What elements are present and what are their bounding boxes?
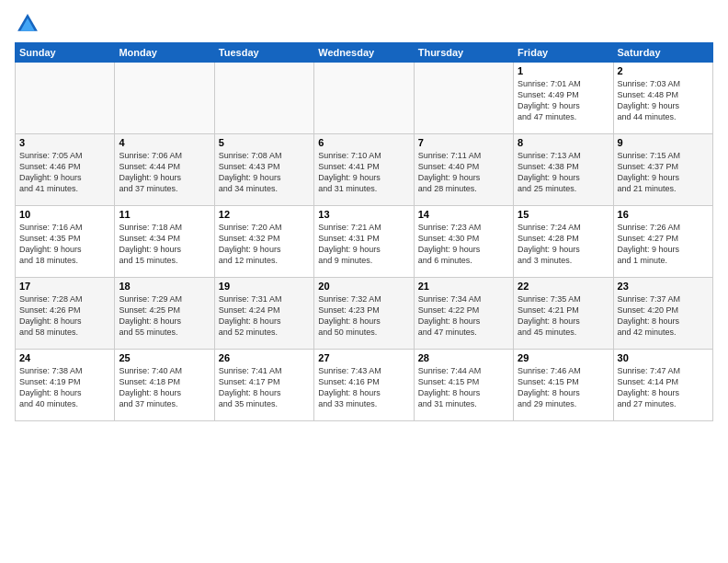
calendar-cell: 22Sunrise: 7:35 AM Sunset: 4:21 PM Dayli…: [514, 278, 613, 350]
calendar-cell: 20Sunrise: 7:32 AM Sunset: 4:23 PM Dayli…: [314, 278, 414, 350]
day-detail: Sunrise: 7:01 AM Sunset: 4:49 PM Dayligh…: [518, 78, 609, 123]
calendar-cell: 6Sunrise: 7:10 AM Sunset: 4:41 PM Daylig…: [314, 134, 414, 206]
calendar-cell: 30Sunrise: 7:47 AM Sunset: 4:14 PM Dayli…: [613, 350, 712, 421]
calendar-cell: [414, 63, 513, 134]
calendar-cell: 25Sunrise: 7:40 AM Sunset: 4:18 PM Dayli…: [115, 350, 214, 421]
calendar: SundayMondayTuesdayWednesdayThursdayFrid…: [15, 42, 713, 421]
weekday-header-monday: Monday: [115, 43, 214, 63]
day-detail: Sunrise: 7:44 AM Sunset: 4:15 PM Dayligh…: [418, 365, 509, 410]
day-detail: Sunrise: 7:05 AM Sunset: 4:46 PM Dayligh…: [19, 150, 110, 195]
day-number: 28: [418, 352, 509, 363]
day-number: 16: [618, 209, 709, 220]
day-detail: Sunrise: 7:26 AM Sunset: 4:27 PM Dayligh…: [618, 222, 709, 267]
day-detail: Sunrise: 7:11 AM Sunset: 4:40 PM Dayligh…: [418, 150, 509, 195]
day-detail: Sunrise: 7:34 AM Sunset: 4:22 PM Dayligh…: [418, 293, 509, 339]
calendar-cell: 19Sunrise: 7:31 AM Sunset: 4:24 PM Dayli…: [214, 278, 313, 350]
day-number: 25: [119, 352, 210, 363]
header: [15, 11, 713, 37]
day-number: 8: [518, 137, 609, 148]
day-number: 4: [119, 137, 210, 148]
day-number: 13: [318, 209, 409, 220]
calendar-cell: 4Sunrise: 7:06 AM Sunset: 4:44 PM Daylig…: [115, 134, 214, 206]
day-number: 14: [418, 209, 509, 220]
calendar-cell: 8Sunrise: 7:13 AM Sunset: 4:38 PM Daylig…: [514, 134, 613, 206]
calendar-cell: 23Sunrise: 7:37 AM Sunset: 4:20 PM Dayli…: [613, 278, 712, 350]
day-number: 22: [518, 281, 609, 292]
day-number: 19: [219, 281, 310, 292]
calendar-cell: [16, 63, 115, 134]
calendar-week-1: 1Sunrise: 7:01 AM Sunset: 4:49 PM Daylig…: [16, 63, 713, 134]
day-number: 20: [318, 281, 409, 292]
day-number: 10: [19, 209, 110, 220]
calendar-cell: 15Sunrise: 7:24 AM Sunset: 4:28 PM Dayli…: [514, 206, 613, 278]
day-detail: Sunrise: 7:03 AM Sunset: 4:48 PM Dayligh…: [618, 78, 709, 123]
day-number: 7: [418, 137, 509, 148]
day-number: 17: [19, 281, 110, 292]
calendar-cell: [314, 63, 414, 134]
calendar-cell: 7Sunrise: 7:11 AM Sunset: 4:40 PM Daylig…: [414, 134, 513, 206]
day-number: 29: [518, 352, 609, 363]
day-number: 6: [318, 137, 409, 148]
weekday-header-thursday: Thursday: [414, 43, 513, 63]
calendar-header: SundayMondayTuesdayWednesdayThursdayFrid…: [16, 43, 713, 63]
calendar-cell: 2Sunrise: 7:03 AM Sunset: 4:48 PM Daylig…: [613, 63, 712, 134]
calendar-week-3: 10Sunrise: 7:16 AM Sunset: 4:35 PM Dayli…: [16, 206, 713, 278]
weekday-header-wednesday: Wednesday: [314, 43, 414, 63]
calendar-cell: 9Sunrise: 7:15 AM Sunset: 4:37 PM Daylig…: [613, 134, 712, 206]
day-detail: Sunrise: 7:20 AM Sunset: 4:32 PM Dayligh…: [219, 222, 310, 267]
day-detail: Sunrise: 7:37 AM Sunset: 4:20 PM Dayligh…: [618, 293, 709, 339]
day-number: 9: [618, 137, 709, 148]
logo-icon: [15, 11, 40, 37]
calendar-cell: [115, 63, 214, 134]
calendar-week-4: 17Sunrise: 7:28 AM Sunset: 4:26 PM Dayli…: [16, 278, 713, 350]
day-number: 12: [219, 209, 310, 220]
calendar-cell: 27Sunrise: 7:43 AM Sunset: 4:16 PM Dayli…: [314, 350, 414, 421]
day-detail: Sunrise: 7:06 AM Sunset: 4:44 PM Dayligh…: [119, 150, 210, 195]
day-number: 5: [219, 137, 310, 148]
calendar-cell: 18Sunrise: 7:29 AM Sunset: 4:25 PM Dayli…: [115, 278, 214, 350]
weekday-header-sunday: Sunday: [16, 43, 115, 63]
day-number: 23: [618, 281, 709, 292]
day-detail: Sunrise: 7:10 AM Sunset: 4:41 PM Dayligh…: [318, 150, 409, 195]
day-number: 26: [219, 352, 310, 363]
day-detail: Sunrise: 7:18 AM Sunset: 4:34 PM Dayligh…: [119, 222, 210, 267]
day-detail: Sunrise: 7:47 AM Sunset: 4:14 PM Dayligh…: [618, 365, 709, 410]
calendar-cell: 13Sunrise: 7:21 AM Sunset: 4:31 PM Dayli…: [314, 206, 414, 278]
calendar-cell: 24Sunrise: 7:38 AM Sunset: 4:19 PM Dayli…: [16, 350, 115, 421]
calendar-cell: 21Sunrise: 7:34 AM Sunset: 4:22 PM Dayli…: [414, 278, 513, 350]
calendar-cell: 14Sunrise: 7:23 AM Sunset: 4:30 PM Dayli…: [414, 206, 513, 278]
day-number: 15: [518, 209, 609, 220]
calendar-cell: 26Sunrise: 7:41 AM Sunset: 4:17 PM Dayli…: [214, 350, 313, 421]
day-detail: Sunrise: 7:23 AM Sunset: 4:30 PM Dayligh…: [418, 222, 509, 267]
day-detail: Sunrise: 7:08 AM Sunset: 4:43 PM Dayligh…: [219, 150, 310, 195]
calendar-cell: 29Sunrise: 7:46 AM Sunset: 4:15 PM Dayli…: [514, 350, 613, 421]
page: SundayMondayTuesdayWednesdayThursdayFrid…: [0, 0, 728, 563]
day-number: 24: [19, 352, 110, 363]
day-number: 27: [318, 352, 409, 363]
calendar-body: 1Sunrise: 7:01 AM Sunset: 4:49 PM Daylig…: [16, 63, 713, 421]
day-detail: Sunrise: 7:16 AM Sunset: 4:35 PM Dayligh…: [19, 222, 110, 267]
day-detail: Sunrise: 7:40 AM Sunset: 4:18 PM Dayligh…: [119, 365, 210, 410]
calendar-cell: 28Sunrise: 7:44 AM Sunset: 4:15 PM Dayli…: [414, 350, 513, 421]
calendar-week-5: 24Sunrise: 7:38 AM Sunset: 4:19 PM Dayli…: [16, 350, 713, 421]
calendar-cell: 16Sunrise: 7:26 AM Sunset: 4:27 PM Dayli…: [613, 206, 712, 278]
day-detail: Sunrise: 7:41 AM Sunset: 4:17 PM Dayligh…: [219, 365, 310, 410]
calendar-cell: 17Sunrise: 7:28 AM Sunset: 4:26 PM Dayli…: [16, 278, 115, 350]
day-detail: Sunrise: 7:24 AM Sunset: 4:28 PM Dayligh…: [518, 222, 609, 267]
day-detail: Sunrise: 7:15 AM Sunset: 4:37 PM Dayligh…: [618, 150, 709, 195]
weekday-header-row: SundayMondayTuesdayWednesdayThursdayFrid…: [16, 43, 713, 63]
day-number: 3: [19, 137, 110, 148]
day-detail: Sunrise: 7:13 AM Sunset: 4:38 PM Dayligh…: [518, 150, 609, 195]
calendar-cell: 1Sunrise: 7:01 AM Sunset: 4:49 PM Daylig…: [514, 63, 613, 134]
day-number: 2: [618, 65, 709, 76]
day-detail: Sunrise: 7:35 AM Sunset: 4:21 PM Dayligh…: [518, 293, 609, 339]
day-number: 11: [119, 209, 210, 220]
calendar-cell: [214, 63, 313, 134]
calendar-cell: 10Sunrise: 7:16 AM Sunset: 4:35 PM Dayli…: [16, 206, 115, 278]
day-detail: Sunrise: 7:29 AM Sunset: 4:25 PM Dayligh…: [119, 293, 210, 339]
weekday-header-tuesday: Tuesday: [214, 43, 313, 63]
calendar-cell: 11Sunrise: 7:18 AM Sunset: 4:34 PM Dayli…: [115, 206, 214, 278]
day-detail: Sunrise: 7:38 AM Sunset: 4:19 PM Dayligh…: [19, 365, 110, 410]
day-detail: Sunrise: 7:43 AM Sunset: 4:16 PM Dayligh…: [318, 365, 409, 410]
day-number: 21: [418, 281, 509, 292]
